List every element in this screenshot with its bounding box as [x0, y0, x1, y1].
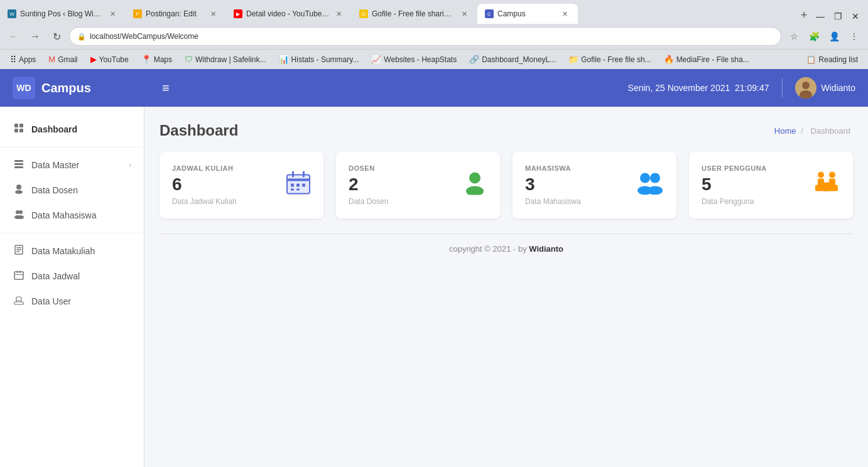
svg-rect-32: [303, 171, 305, 178]
app-name: Campus: [41, 81, 91, 95]
stat-card-dosen[interactable]: DOSEN 2 Data Dosen: [336, 152, 500, 218]
sidebar-item-data-mahasiswa[interactable]: Data Mahasiswa: [0, 203, 144, 228]
tab-title: Campus: [497, 9, 556, 18]
svg-point-40: [640, 173, 650, 183]
sidebar-item-dashboard[interactable]: Dashboard: [0, 117, 144, 142]
menu-button[interactable]: ⋮: [845, 28, 863, 45]
histats-icon: 📊: [279, 55, 289, 64]
maximize-button[interactable]: ❐: [830, 9, 845, 24]
svg-point-1: [802, 82, 810, 89]
gofile-icon: 📁: [568, 55, 578, 64]
bookmark-moneyl[interactable]: 🔗 Dashboard_MoneyL...: [464, 53, 561, 66]
svg-rect-5: [14, 129, 18, 132]
bookmark-label: Websites - HeapStats: [384, 55, 457, 64]
tab-close-button[interactable]: ✕: [208, 9, 219, 19]
svg-rect-35: [302, 184, 305, 187]
data-jadwal-icon: [13, 270, 25, 282]
reload-button[interactable]: ↻: [48, 28, 65, 45]
bookmark-safelink[interactable]: 🛡 Withdraw | Safelink...: [180, 53, 271, 66]
address-text: localhost/WebCampus/Welcome: [90, 32, 773, 41]
sidebar-item-data-user[interactable]: Data User: [0, 289, 144, 314]
browser-tab-tab4[interactable]: G Gofile - Free file sharing and... ✕: [352, 4, 477, 24]
sidebar-item-data-dosen[interactable]: Data Dosen: [0, 178, 144, 203]
tab-close-button[interactable]: ✕: [334, 9, 344, 19]
breadcrumb: Home / Dashboard: [774, 126, 853, 136]
tab-favicon: ▶: [234, 9, 242, 18]
gmail-icon: M: [48, 55, 55, 64]
tab-favicon: P: [133, 9, 142, 18]
sidebar: Dashboard Data Master › Data Dosen Data …: [0, 107, 144, 467]
reading-list-button[interactable]: 📋 Reading list: [801, 53, 863, 66]
moneyl-icon: 🔗: [469, 55, 479, 64]
bookmark-histats[interactable]: 📊 Histats - Summary...: [274, 53, 364, 66]
sidebar-item-data-master[interactable]: Data Master ›: [0, 153, 144, 178]
forward-button[interactable]: →: [26, 28, 44, 45]
app-body: Dashboard Data Master › Data Dosen Data …: [0, 107, 868, 467]
close-button[interactable]: ✕: [848, 9, 863, 24]
bookmark-maps[interactable]: 📍 Maps: [136, 53, 177, 66]
page-header: Dashboard Home / Dashboard: [160, 122, 853, 139]
svg-point-41: [650, 173, 660, 183]
reading-list-icon: 📋: [806, 55, 816, 64]
svg-rect-31: [292, 171, 294, 178]
svg-point-15: [18, 215, 24, 219]
bookmark-gofile[interactable]: 📁 Gofile - Free file sh...: [563, 53, 656, 66]
bookmark-star-button[interactable]: ☆: [785, 28, 803, 45]
data-mahasiswa-icon: [13, 209, 25, 222]
tab-close-button[interactable]: ✕: [459, 9, 470, 19]
tab-close-button[interactable]: ✕: [107, 9, 118, 19]
tab-favicon: G: [359, 9, 368, 18]
browser-tab-tab1[interactable]: W Sunting Pos ‹ Blog Widianto ✕: [0, 4, 126, 24]
new-tab-button[interactable]: +: [795, 6, 813, 24]
back-button[interactable]: ←: [5, 28, 23, 45]
stat-card-mahasiswa[interactable]: MAHASISWA 3 Data Mahasiswa: [513, 152, 676, 218]
extension-button[interactable]: 🧩: [805, 28, 823, 45]
svg-rect-23: [14, 274, 23, 275]
svg-rect-3: [14, 124, 18, 127]
maps-icon: 📍: [141, 55, 151, 64]
sidebar-item-data-matakuliah[interactable]: Data Matakuliah: [0, 239, 144, 264]
stat-card-jadwal-kuliah[interactable]: JADWAL KULIAH 6 Data Jadwal Kuliah: [160, 152, 323, 218]
bookmark-apps[interactable]: ⠿ Apps: [5, 53, 41, 67]
svg-rect-8: [14, 163, 23, 165]
svg-point-38: [469, 173, 480, 184]
browser-tab-tab2[interactable]: P Postingan: Edit ✕: [126, 4, 226, 24]
browser-tab-tab5[interactable]: C Campus ✕: [477, 4, 578, 24]
data-master-icon: [13, 159, 25, 171]
address-actions: ☆ 🧩 👤 ⋮: [785, 28, 863, 45]
svg-rect-36: [291, 189, 294, 191]
profile-button[interactable]: 👤: [825, 28, 843, 45]
address-bar: ← → ↻ 🔒 localhost/WebCampus/Welcome ☆ 🧩 …: [0, 24, 868, 49]
bookmark-label: MediaFire - File sha...: [676, 55, 749, 64]
stat-icon: [636, 170, 664, 201]
svg-rect-46: [829, 179, 835, 186]
tab-close-button[interactable]: ✕: [560, 9, 570, 19]
bookmark-gmail[interactable]: M Gmail: [43, 53, 82, 66]
svg-rect-22: [20, 271, 21, 273]
svg-point-39: [466, 186, 484, 195]
svg-rect-45: [818, 179, 824, 186]
stat-icon: [462, 170, 487, 201]
stat-card-user-pengguna[interactable]: USER PENGGUNA 5 Data Pengguna: [689, 152, 853, 218]
browser-tab-tab3[interactable]: ▶ Detail video - YouTube Studi... ✕: [226, 4, 352, 24]
bookmark-mediafire[interactable]: 🔥 MediaFire - File sha...: [659, 53, 754, 66]
header-user[interactable]: Widianto: [795, 77, 855, 99]
bookmark-heapstats[interactable]: 📈 Websites - HeapStats: [366, 53, 462, 66]
address-field[interactable]: 🔒 localhost/WebCampus/Welcome: [69, 27, 781, 46]
header-divider: [782, 78, 783, 97]
app-footer: copyright © 2021 - by Widianto: [160, 234, 853, 264]
sidebar-item-data-jadwal[interactable]: Data Jadwal: [0, 264, 144, 289]
sidebar-item-label: Data User: [31, 296, 71, 306]
svg-rect-18: [16, 249, 21, 250]
logo-box: WD: [13, 77, 35, 99]
svg-rect-21: [17, 271, 18, 273]
window-controls: — ❐ ✕: [813, 9, 868, 24]
breadcrumb-home[interactable]: Home: [774, 126, 796, 136]
stats-grid: JADWAL KULIAH 6 Data Jadwal Kuliah DOSEN…: [160, 152, 853, 218]
youtube-icon: ▶: [90, 55, 97, 64]
hamburger-button[interactable]: ≡: [157, 78, 175, 98]
main-content: Dashboard Home / Dashboard JADWAL KULIAH…: [144, 107, 868, 467]
bookmark-label: Maps: [154, 55, 172, 64]
bookmark-youtube[interactable]: ▶ YouTube: [85, 53, 134, 66]
minimize-button[interactable]: —: [813, 9, 828, 24]
